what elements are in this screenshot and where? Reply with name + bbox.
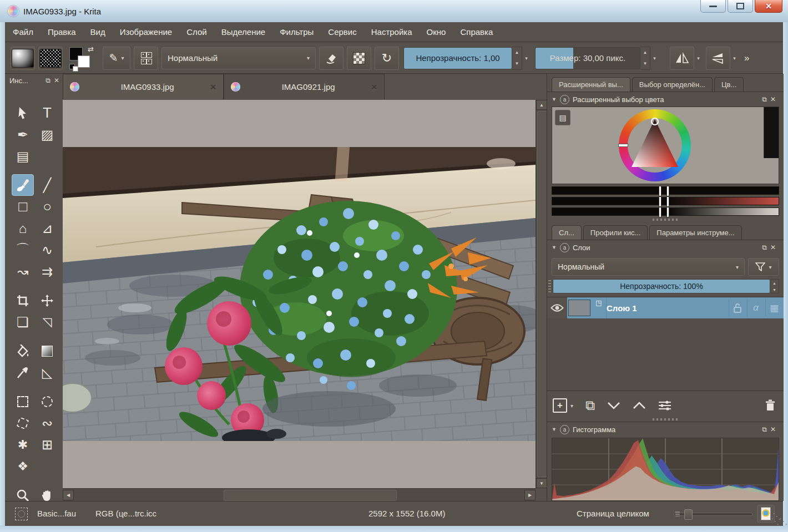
menu-item-10[interactable]: Справка — [460, 27, 493, 37]
tool-edit-gradient[interactable]: ▤ — [12, 145, 34, 167]
blend-mode-select[interactable]: Нормальный ▾ — [161, 47, 316, 69]
selection-indicator-icon[interactable] — [15, 508, 28, 520]
layer-filter-button[interactable]: ▾ — [748, 258, 779, 276]
tool-freehand-brush[interactable] — [12, 174, 34, 196]
menu-item-0[interactable]: Файл — [13, 27, 33, 37]
collapse-arrow-icon[interactable]: ▼ — [552, 427, 557, 432]
tool-measure[interactable]: ◺ — [36, 362, 58, 383]
zoom-slider[interactable] — [674, 513, 752, 516]
layers-tab-0[interactable]: Сл... — [552, 225, 582, 240]
spin-down-icon[interactable]: ▼ — [515, 62, 519, 66]
selector-settings-button[interactable]: ▤ — [555, 110, 570, 125]
mirror-horizontal-button[interactable] — [706, 47, 730, 70]
vertical-scrollbar[interactable]: ▲ ▼ — [536, 100, 547, 488]
scroll-up-icon[interactable]: ▲ — [536, 100, 547, 110]
title-bar[interactable]: IMAG0933.jpg - Krita ✕ — [0, 0, 788, 22]
tool-crop[interactable] — [12, 290, 34, 311]
mirror-vertical-dropdown[interactable]: ▾ — [694, 47, 703, 69]
layer-thumbnail[interactable] — [567, 297, 592, 318]
tool-polygon-select[interactable] — [12, 412, 34, 434]
close-docker-icon[interactable]: ✕ — [54, 77, 59, 84]
gradient-bar-2[interactable] — [552, 197, 779, 205]
scroll-right-icon[interactable]: ▶ — [524, 490, 536, 500]
layers-tab-1[interactable]: Профили кис... — [583, 225, 648, 240]
toolbox-docker-header[interactable]: Инс... ⧉ ✕ — [5, 74, 63, 87]
tool-gradient[interactable] — [36, 340, 58, 362]
reset-colors-bg-icon[interactable] — [73, 66, 78, 72]
mirror-horizontal-dropdown[interactable]: ▾ — [730, 47, 739, 69]
sv-triangle[interactable] — [626, 116, 684, 174]
scroll-left-icon[interactable]: ◀ — [63, 490, 74, 500]
tool-perspective[interactable]: ◹ — [36, 311, 58, 333]
close-tab-icon[interactable]: ✕ — [210, 83, 216, 92]
color-docker-header[interactable]: ▼ a Расширенный выбор цвета ⧉ ✕ — [547, 92, 784, 107]
tool-freehand-select[interactable]: ∾ — [36, 412, 58, 434]
gradient-bar-3[interactable] — [552, 207, 779, 216]
canvas-area[interactable] — [63, 100, 536, 488]
tool-fill[interactable] — [12, 340, 34, 362]
resize-handle[interactable] — [653, 219, 678, 221]
menu-item-5[interactable]: Выделение — [221, 27, 265, 37]
collapse-arrow-icon[interactable]: ▼ — [552, 245, 557, 250]
tool-select-shapes[interactable] — [12, 102, 34, 124]
tool-polygon[interactable]: ⌂ — [12, 217, 34, 239]
background-color-swatch[interactable] — [78, 55, 90, 68]
add-layer-button[interactable]: +▾ — [553, 398, 573, 413]
spin-up-icon[interactable]: ▲ — [643, 50, 648, 55]
window-resize-grip[interactable]: ⋱⋱⋱ — [771, 514, 781, 524]
tool-calligraphy[interactable]: ✒ — [12, 124, 34, 145]
color-tab-2[interactable]: Цв... — [714, 77, 744, 92]
move-layer-down-button[interactable] — [607, 402, 620, 409]
menu-item-1[interactable]: Правка — [48, 27, 76, 37]
move-layer-up-button[interactable] — [633, 402, 646, 409]
gradient-swatch-button[interactable] — [11, 47, 35, 70]
tool-ellipse[interactable]: ○ — [36, 196, 58, 217]
tool-similar-select[interactable]: ✱ — [12, 434, 34, 455]
close-docker-icon[interactable]: ✕ — [770, 95, 776, 103]
zoom-mode-status[interactable]: Страница целиком — [577, 509, 649, 518]
scroll-down-icon[interactable]: ▼ — [536, 478, 547, 488]
preserve-alpha-button[interactable] — [347, 47, 371, 70]
layer-lock-icon[interactable] — [729, 300, 746, 316]
menu-item-2[interactable]: Вид — [90, 27, 105, 37]
tool-rectangle[interactable]: □ — [12, 196, 34, 217]
gradient-bar-1[interactable] — [552, 186, 779, 195]
horizontal-scrollbar[interactable]: ◀ ▶ — [63, 488, 536, 501]
tool-dynamic-brush[interactable]: ↝ — [12, 261, 34, 282]
vertical-scroll-thumb[interactable] — [537, 111, 547, 477]
float-docker-icon[interactable]: ⧉ — [46, 77, 50, 84]
brush-size-slider[interactable]: Размер: 30,00 пикс. — [535, 47, 640, 69]
duplicate-layer-button[interactable]: ⧉ — [585, 398, 595, 413]
tool-freehand-path[interactable]: ∿ — [36, 239, 58, 261]
color-tab-1[interactable]: Выбор определён... — [632, 77, 713, 92]
advanced-color-selector[interactable]: ▤ — [552, 107, 779, 184]
layer-name[interactable]: Слою 1 — [606, 297, 729, 318]
fg-bg-colors-widget[interactable]: ⇄ — [68, 46, 95, 70]
layer-alpha-lock-icon[interactable]: α — [747, 300, 764, 316]
color-tab-0[interactable]: Расширенный вы... — [552, 77, 630, 92]
tool-multibrush[interactable]: ⇉ — [36, 261, 58, 282]
size-dropdown-arrow[interactable]: ▾ — [650, 47, 659, 69]
brush-preset-status[interactable]: Basic...fau — [37, 509, 76, 518]
tool-ellipse-select[interactable] — [36, 391, 58, 412]
tool-color-picker[interactable] — [12, 362, 34, 383]
layer-visibility-toggle[interactable] — [547, 297, 567, 318]
close-docker-icon[interactable]: ✕ — [770, 425, 776, 433]
close-button[interactable]: ✕ — [755, 0, 782, 13]
minimize-button[interactable] — [700, 0, 726, 13]
drag-grip[interactable] — [548, 280, 551, 292]
eraser-mode-button[interactable] — [319, 47, 344, 70]
reload-preset-button[interactable]: ↻ — [375, 47, 399, 70]
tool-path-select[interactable]: ❖ — [12, 455, 34, 477]
mirror-vertical-button[interactable] — [670, 47, 694, 70]
layer-opacity-slider[interactable]: Непрозрачность: 100% — [553, 279, 770, 293]
resize-handle[interactable] — [653, 418, 678, 420]
canvas-image[interactable] — [63, 147, 536, 441]
menu-item-4[interactable]: Слой — [186, 27, 206, 37]
brush-preset-button[interactable]: ✎▾ — [103, 47, 130, 70]
tool-bezier-curve[interactable]: ⌒ — [12, 239, 34, 261]
size-spinner[interactable]: ▲▼ — [640, 47, 650, 70]
menu-item-8[interactable]: Настройка — [371, 27, 412, 37]
menu-item-7[interactable]: Сервис — [328, 27, 356, 37]
tool-contiguous-select[interactable]: ⊞ — [36, 434, 58, 455]
